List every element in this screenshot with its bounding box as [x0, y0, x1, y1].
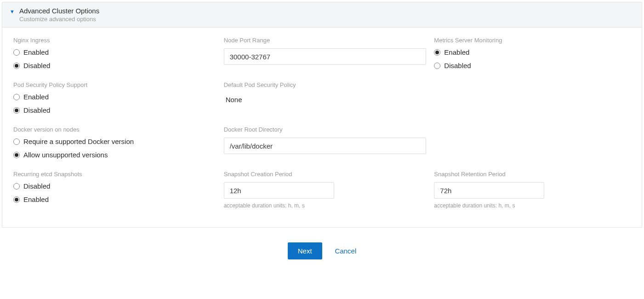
- snapshot-creation-field: Snapshot Creation Period acceptable dura…: [224, 171, 421, 209]
- helper-text: acceptable duration units: h, m, s: [224, 202, 421, 209]
- radio-label: Disabled: [23, 182, 50, 190]
- field-label: Snapshot Retention Period: [434, 171, 631, 178]
- snapshot-retention-input[interactable]: [434, 182, 544, 199]
- field-label: Metrics Server Monitoring: [434, 37, 631, 44]
- disclosure-triangle-icon[interactable]: ▼: [10, 9, 15, 14]
- radio-icon: [434, 49, 440, 56]
- footer-actions: Next Cancel: [0, 230, 644, 269]
- default-pod-security-policy-value: None: [224, 93, 421, 106]
- radio-icon: [13, 138, 20, 145]
- snapshot-retention-field: Snapshot Retention Period acceptable dur…: [434, 171, 631, 209]
- pod-security-disabled-radio[interactable]: Disabled: [13, 106, 210, 114]
- radio-icon: [13, 63, 20, 69]
- nginx-ingress-disabled-radio[interactable]: Disabled: [13, 62, 210, 69]
- recurring-etcd-field: Recurring etcd Snapshots Disabled Enable…: [13, 171, 210, 209]
- field-label: Node Port Range: [224, 37, 421, 44]
- panel-header[interactable]: ▼ Advanced Cluster Options Customize adv…: [2, 2, 642, 28]
- panel-subtitle: Customize advanced options: [19, 16, 99, 23]
- node-port-range-field: Node Port Range: [224, 37, 421, 69]
- panel-body: Nginx Ingress Enabled Disabled Node Port…: [2, 28, 642, 227]
- pod-security-policy-field: Pod Security Policy Support Enabled Disa…: [13, 81, 210, 114]
- recurring-etcd-disabled-radio[interactable]: Disabled: [13, 182, 210, 190]
- field-label: Docker version on nodes: [13, 126, 210, 133]
- radio-label: Enabled: [23, 48, 49, 56]
- panel-title: Advanced Cluster Options: [19, 7, 99, 15]
- radio-label: Disabled: [444, 62, 471, 69]
- metrics-server-disabled-radio[interactable]: Disabled: [434, 62, 631, 69]
- recurring-etcd-enabled-radio[interactable]: Enabled: [13, 196, 210, 203]
- radio-label: Disabled: [23, 62, 50, 69]
- radio-label: Enabled: [444, 48, 469, 56]
- pod-security-enabled-radio[interactable]: Enabled: [13, 93, 210, 101]
- field-label: Nginx Ingress: [13, 37, 210, 44]
- empty-col: [434, 126, 631, 159]
- field-label: Snapshot Creation Period: [224, 171, 421, 178]
- radio-icon: [13, 183, 20, 190]
- nginx-ingress-enabled-radio[interactable]: Enabled: [13, 48, 210, 56]
- field-label: Recurring etcd Snapshots: [13, 171, 210, 178]
- cancel-button[interactable]: Cancel: [335, 247, 357, 255]
- radio-icon: [13, 196, 20, 203]
- radio-label: Allow unsupported versions: [23, 151, 108, 159]
- snapshot-creation-input[interactable]: [224, 182, 334, 199]
- metrics-server-field: Metrics Server Monitoring Enabled Disabl…: [434, 37, 631, 69]
- radio-icon: [13, 94, 20, 100]
- radio-icon: [434, 63, 440, 69]
- radio-icon: [13, 107, 20, 114]
- radio-icon: [13, 152, 20, 158]
- metrics-server-enabled-radio[interactable]: Enabled: [434, 48, 631, 56]
- nginx-ingress-field: Nginx Ingress Enabled Disabled: [13, 37, 210, 69]
- advanced-cluster-options-panel: ▼ Advanced Cluster Options Customize adv…: [2, 2, 642, 228]
- radio-icon: [13, 49, 20, 56]
- field-label: Pod Security Policy Support: [13, 81, 210, 88]
- radio-label: Disabled: [23, 106, 50, 114]
- radio-label: Enabled: [23, 196, 49, 203]
- radio-label: Require a supported Docker version: [23, 138, 134, 145]
- docker-version-allow-radio[interactable]: Allow unsupported versions: [13, 151, 210, 159]
- node-port-range-input[interactable]: [224, 48, 426, 65]
- docker-root-dir-input[interactable]: [224, 138, 426, 154]
- docker-root-dir-field: Docker Root Directory: [224, 126, 421, 159]
- next-button[interactable]: Next: [288, 242, 322, 259]
- helper-text: acceptable duration units: h, m, s: [434, 202, 631, 209]
- radio-label: Enabled: [23, 93, 49, 101]
- field-label: Default Pod Security Policy: [224, 81, 421, 88]
- docker-version-field: Docker version on nodes Require a suppor…: [13, 126, 210, 159]
- empty-col: [434, 81, 631, 114]
- default-pod-security-policy-field: Default Pod Security Policy None: [224, 81, 421, 114]
- docker-version-require-radio[interactable]: Require a supported Docker version: [13, 138, 210, 145]
- field-label: Docker Root Directory: [224, 126, 421, 133]
